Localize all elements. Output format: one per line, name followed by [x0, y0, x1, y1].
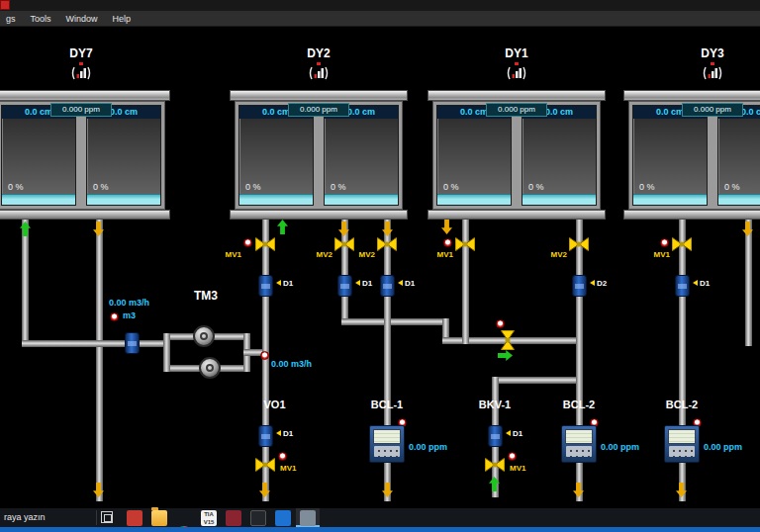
valve-mv1-vo1[interactable] — [255, 458, 275, 472]
tank-title: DY1 — [428, 46, 606, 60]
valve-mv2b-dy2[interactable] — [377, 237, 397, 251]
taskbar-app-icon-maroon[interactable] — [226, 510, 241, 526]
flow-arrow-up-icon — [277, 220, 288, 234]
tank-bottom-cap — [0, 210, 170, 220]
pump-icon[interactable] — [199, 357, 221, 379]
analyzer-screen — [565, 429, 593, 444]
analyzer-value: 0.00 ppm — [409, 442, 447, 452]
pipe — [492, 377, 576, 384]
menu-item-window[interactable]: Window — [66, 14, 98, 24]
percent-display: 0 % — [331, 182, 346, 192]
meter-label: D1 — [398, 279, 415, 288]
file-explorer-icon[interactable] — [151, 510, 167, 526]
app-icon — [0, 0, 10, 10]
tank-bottom-cap — [230, 210, 408, 220]
flow-meter-d1[interactable] — [258, 275, 273, 297]
ppm-display: 0.000 ppm — [682, 103, 743, 117]
ppm-display: 0.000 ppm — [486, 103, 547, 117]
divider — [96, 510, 97, 525]
percent-display: 0 % — [724, 182, 740, 192]
flow-meter-d1[interactable] — [675, 275, 690, 297]
analyzer-keypad — [669, 446, 695, 457]
analyzer-bcl2[interactable] — [561, 425, 597, 463]
alarm-indicator-icon — [496, 319, 505, 328]
meter-label: D1 — [355, 279, 372, 288]
valve-mv2-dy1[interactable] — [569, 237, 589, 251]
meter-label: D1 — [506, 429, 522, 438]
flow-unit-tag: m3 — [123, 310, 136, 320]
analyzer-bcl1[interactable] — [369, 425, 405, 463]
percent-display: 0 % — [528, 182, 544, 192]
valve-line[interactable] — [501, 330, 515, 350]
signal-alarm-icon — [307, 62, 331, 84]
scada-runtime-icon[interactable] — [300, 510, 316, 526]
tank-bottom-cap — [623, 210, 760, 220]
taskbar-app-icon-blue[interactable] — [275, 510, 291, 526]
flow-meter-d1[interactable] — [337, 275, 352, 297]
analyzer-bcl2b[interactable] — [664, 425, 700, 463]
valve-label: MV1 — [280, 464, 296, 473]
pipe — [163, 333, 170, 372]
valve-label: MV2 — [349, 250, 375, 259]
menu-item-tools[interactable]: Tools — [31, 14, 51, 24]
valve-mv1-dy3[interactable] — [672, 237, 692, 251]
pipe — [22, 340, 168, 347]
tank-body[interactable]: 0.0 cm 0 % 0.0 cm 0 % 0.000 ppm — [235, 101, 403, 210]
taskbar-search[interactable]: raya yazın — [4, 508, 46, 527]
tank-window-right: 0.0 cm 0 % — [522, 105, 597, 206]
percent-display: 0 % — [93, 182, 109, 192]
pipe — [745, 220, 752, 346]
valve-mv2-dy2[interactable] — [334, 237, 354, 251]
signal-alarm-icon — [69, 62, 93, 84]
flow-meter-d1-bkv1[interactable] — [488, 425, 503, 447]
tank-window-left: 0.0 cm 0 % — [238, 105, 314, 206]
alarm-indicator-icon — [243, 238, 252, 247]
liquid-level — [522, 194, 596, 205]
flow-arrow-right-icon — [498, 350, 513, 361]
pipe — [341, 318, 445, 325]
flow-meter-d1-vo1[interactable] — [258, 425, 273, 447]
taskbar-app-icon-red[interactable] — [127, 510, 142, 526]
pipe — [96, 220, 103, 501]
menu-item-help[interactable]: Help — [113, 14, 132, 24]
pump-icon[interactable] — [193, 325, 215, 347]
ppm-display: 0.000 ppm — [50, 103, 112, 117]
station-label-bkv1: BKV-1 — [470, 399, 520, 410]
ppm-display: 0.000 ppm — [288, 103, 349, 117]
flow-value: 0.00 m3/h — [109, 298, 149, 308]
valve-label: MV1 — [218, 250, 241, 259]
tia-portal-icon[interactable]: TIA V15 — [201, 510, 217, 526]
tank-window-right: 0.0 cm 0 % — [717, 105, 760, 206]
flow-meter-d1[interactable] — [380, 275, 395, 297]
pipe — [22, 220, 29, 347]
station-label-bcl2: BCL-2 — [554, 399, 604, 410]
liquid-level — [2, 194, 75, 205]
alarm-indicator-icon — [508, 452, 517, 461]
tank-window-right: 0.0 cm 0 % — [86, 105, 161, 206]
flow-meter-tm3-inlet[interactable] — [125, 332, 140, 354]
task-view-icon[interactable] — [101, 511, 113, 523]
liquid-level — [718, 194, 760, 205]
valve-mv1-dy2[interactable] — [255, 237, 275, 251]
liquid-level — [325, 194, 398, 205]
station-label-vo1: VO1 — [252, 399, 297, 410]
tank-body[interactable]: 0.0 cm 0 % 0.0 cm 0 % 0.000 ppm — [432, 101, 601, 210]
tank-unit-dy7: DY7 0.0 cm 0 % 0.0 cm 0 % 0.000 ppm — [0, 44, 170, 221]
background-window-edge — [0, 527, 760, 532]
flow-meter-d2[interactable] — [572, 275, 587, 297]
alarm-indicator-icon — [260, 351, 269, 360]
tank-body[interactable]: 0.0 cm 0 % 0.0 cm 0 % 0.000 ppm — [628, 101, 760, 210]
tank-bottom-cap — [428, 210, 606, 220]
analyzer-keypad — [374, 446, 400, 457]
window-titlebar — [0, 0, 760, 11]
valve-mv1-dy1[interactable] — [455, 237, 475, 251]
tank-top-cap — [428, 90, 606, 101]
valve-mv1-bkv1[interactable] — [485, 458, 505, 472]
tank-body[interactable]: 0.0 cm 0 % 0.0 cm 0 % 0.000 ppm — [0, 101, 165, 210]
alarm-indicator-icon — [660, 238, 669, 247]
taskbar-app-icon-dark[interactable] — [250, 510, 266, 526]
analyzer-screen — [668, 429, 696, 444]
tank-unit-dy1: DY1 0.0 cm 0 % 0.0 cm 0 % 0.000 ppm — [428, 44, 606, 221]
menu-item-settings[interactable]: gs — [6, 14, 16, 24]
flow-arrow-down-icon — [441, 220, 452, 234]
